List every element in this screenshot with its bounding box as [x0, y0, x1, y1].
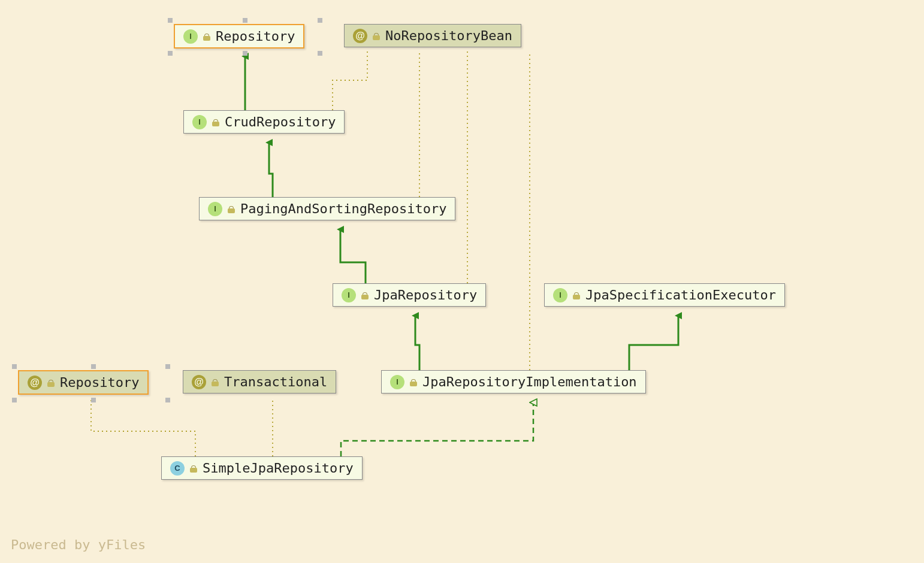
node-label: NoRepositoryBean [385, 28, 512, 43]
node-label: Transactional [224, 374, 327, 389]
node-jpaspecificationexecutor[interactable]: I JpaSpecificationExecutor [544, 283, 785, 307]
node-repository-interface[interactable]: I Repository [174, 24, 304, 49]
selection-handle[interactable] [318, 18, 322, 23]
node-crudrepository[interactable]: I CrudRepository [183, 110, 345, 134]
annotation-icon: @ [28, 376, 42, 390]
node-jparepositoryimplementation[interactable]: I JpaRepositoryImplementation [381, 370, 646, 394]
lock-icon [211, 378, 219, 386]
selection-handle[interactable] [91, 398, 96, 402]
selection-handle[interactable] [168, 51, 173, 56]
node-label: JpaRepository [374, 287, 477, 302]
node-label: Repository [60, 375, 139, 390]
selection-handle[interactable] [165, 364, 170, 369]
selection-handle[interactable] [243, 18, 247, 23]
interface-icon: I [390, 375, 404, 389]
interface-icon: I [553, 288, 567, 302]
edge-layer [0, 0, 924, 563]
node-transactional[interactable]: @ Transactional [183, 370, 336, 394]
node-label: Repository [216, 29, 295, 44]
lock-icon [361, 291, 369, 299]
footer-attribution: Powered by yFiles [11, 537, 146, 552]
selection-handle[interactable] [165, 398, 170, 402]
selection-handle[interactable] [243, 51, 247, 56]
class-icon: C [170, 461, 185, 476]
lock-icon [227, 205, 235, 213]
node-pagingandsortingrepository[interactable]: I PagingAndSortingRepository [199, 197, 455, 220]
lock-icon [189, 464, 198, 473]
lock-icon [212, 118, 220, 126]
selection-handle[interactable] [91, 364, 96, 369]
node-label: PagingAndSortingRepository [240, 201, 446, 216]
lock-icon [203, 32, 211, 41]
node-norepositorybean[interactable]: @ NoRepositoryBean [344, 24, 521, 47]
lock-icon [409, 378, 418, 386]
diagram-canvas[interactable]: I Repository @ NoRepositoryBean I CrudRe… [0, 0, 924, 563]
node-label: JpaSpecificationExecutor [585, 287, 776, 302]
node-simplejparepository[interactable]: C SimpleJpaRepository [161, 456, 363, 480]
node-jparepository[interactable]: I JpaRepository [333, 283, 486, 307]
annotation-icon: @ [192, 375, 206, 389]
node-label: CrudRepository [225, 114, 336, 129]
node-label: SimpleJpaRepository [203, 461, 354, 476]
interface-icon: I [192, 115, 207, 129]
annotation-icon: @ [353, 29, 367, 43]
selection-handle[interactable] [318, 51, 322, 56]
selection-handle[interactable] [168, 18, 173, 23]
node-label: JpaRepositoryImplementation [422, 374, 637, 389]
interface-icon: I [183, 29, 198, 44]
interface-icon: I [342, 288, 356, 302]
lock-icon [47, 379, 55, 387]
selection-handle[interactable] [12, 364, 17, 369]
selection-handle[interactable] [12, 398, 17, 402]
lock-icon [572, 291, 581, 299]
interface-icon: I [208, 202, 222, 216]
lock-icon [372, 32, 381, 40]
node-repository-annotation[interactable]: @ Repository [18, 370, 149, 395]
